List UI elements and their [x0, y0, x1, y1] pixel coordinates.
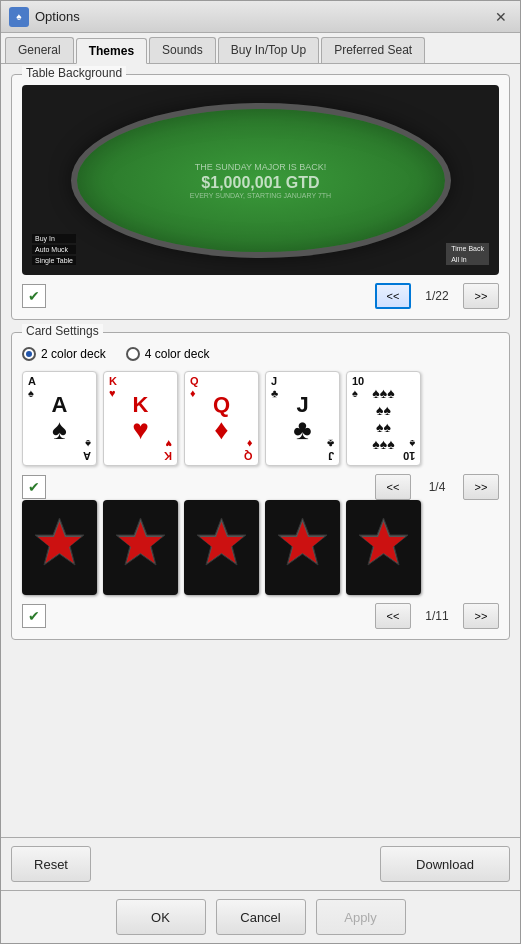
card-back-3 — [184, 500, 259, 595]
corner-label-1: Buy In — [32, 234, 76, 243]
tab-bar: General Themes Sounds Buy In/Top Up Pref… — [1, 33, 520, 64]
card-backs-row — [22, 500, 499, 595]
card-ten-spades: 10♠ ♠♠♠ ♠♠ ♠♠ ♠♠♠ 10♠ — [346, 371, 421, 466]
card-ace-spades: A♠ A ♠ A♠ — [22, 371, 97, 466]
table-bg-next-button[interactable]: >> — [463, 283, 499, 309]
card-back-2 — [103, 500, 178, 595]
table-background-label: Table Background — [22, 66, 126, 80]
download-button[interactable]: Download — [380, 846, 510, 882]
card-back-4 — [265, 500, 340, 595]
color-deck-radio-row: 2 color deck 4 color deck — [22, 347, 499, 361]
tab-general[interactable]: General — [5, 37, 74, 63]
back-checkbox[interactable]: ✔ — [22, 604, 46, 628]
window-title: Options — [35, 9, 490, 24]
table-bg-checkbox[interactable]: ✔ — [22, 284, 46, 308]
table-corner-time: Time Back All In — [446, 243, 489, 265]
tab-buyintopup[interactable]: Buy In/Top Up — [218, 37, 319, 63]
card-page: 1/4 — [417, 480, 457, 494]
table-preview: THE SUNDAY MAJOR IS BACK! $1,000,001 GTD… — [22, 85, 499, 275]
back-page: 1/11 — [417, 609, 457, 623]
table-bg-prev-button[interactable]: << — [375, 283, 411, 309]
radio-4color-label: 4 color deck — [145, 347, 210, 361]
time-label: Time Back — [446, 243, 489, 254]
card-checkbox[interactable]: ✔ — [22, 475, 46, 499]
table-background-group: Table Background THE SUNDAY MAJOR IS BAC… — [11, 74, 510, 320]
footer-bar: OK Cancel Apply — [1, 890, 520, 943]
reset-button[interactable]: Reset — [11, 846, 91, 882]
cards-preview-row: A♠ A ♠ A♠ K♥ K ♥ K♥ Q♦ Q ♦ Q♦ — [22, 371, 499, 466]
promo-line1: THE SUNDAY MAJOR IS BACK! — [195, 161, 327, 174]
table-corner-labels: Buy In Auto Muck Single Table — [32, 234, 76, 265]
apply-button[interactable]: Apply — [316, 899, 406, 935]
tab-sounds[interactable]: Sounds — [149, 37, 216, 63]
options-window: ♠ Options ✕ General Themes Sounds Buy In… — [0, 0, 521, 944]
radio-2color-label: 2 color deck — [41, 347, 106, 361]
promo-amount: $1,000,001 GTD — [201, 174, 319, 192]
close-button[interactable]: ✕ — [490, 6, 512, 28]
card-back-1 — [22, 500, 97, 595]
card-back-5 — [346, 500, 421, 595]
card-king-hearts: K♥ K ♥ K♥ — [103, 371, 178, 466]
tab-themes[interactable]: Themes — [76, 38, 147, 64]
card-queen-diamonds: Q♦ Q ♦ Q♦ — [184, 371, 259, 466]
corner-label-2: Auto Muck — [32, 245, 76, 254]
card-settings-group: Card Settings 2 color deck 4 color deck … — [11, 332, 510, 640]
radio-4color[interactable]: 4 color deck — [126, 347, 210, 361]
bottom-action-bar: Reset Download — [1, 837, 520, 890]
window-icon: ♠ — [9, 7, 29, 27]
all-in-label: All In — [446, 254, 489, 265]
radio-2color-circle — [22, 347, 36, 361]
card-prev-button[interactable]: << — [375, 474, 411, 500]
table-bg-page: 1/22 — [417, 289, 457, 303]
back-prev-button[interactable]: << — [375, 603, 411, 629]
card-jack-clubs: J♣ J ♣ J♣ — [265, 371, 340, 466]
cancel-button[interactable]: Cancel — [216, 899, 306, 935]
radio-4color-circle — [126, 347, 140, 361]
corner-label-3: Single Table — [32, 256, 76, 265]
promo-line3: EVERY SUNDAY, STARTING JANUARY 7TH — [190, 192, 331, 199]
card-settings-label: Card Settings — [22, 324, 103, 338]
card-next-button[interactable]: >> — [463, 474, 499, 500]
title-bar: ♠ Options ✕ — [1, 1, 520, 33]
tab-preferredseat[interactable]: Preferred Seat — [321, 37, 425, 63]
radio-2color[interactable]: 2 color deck — [22, 347, 106, 361]
card-nav-row: ✔ << 1/4 >> — [22, 474, 499, 500]
back-next-button[interactable]: >> — [463, 603, 499, 629]
table-nav-row: ✔ << 1/22 >> — [22, 283, 499, 309]
ok-button[interactable]: OK — [116, 899, 206, 935]
table-felt: THE SUNDAY MAJOR IS BACK! $1,000,001 GTD… — [71, 103, 451, 258]
main-content: Table Background THE SUNDAY MAJOR IS BAC… — [1, 64, 520, 837]
back-nav-row: ✔ << 1/11 >> — [22, 603, 499, 629]
